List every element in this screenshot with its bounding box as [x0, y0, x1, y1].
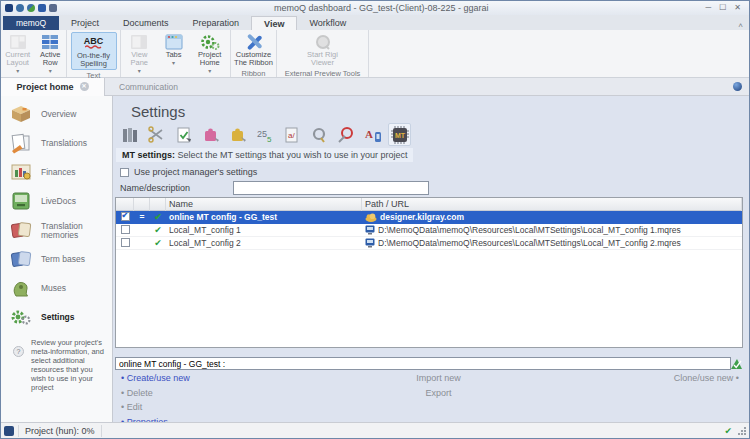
tab-project-home[interactable]: Project home ✕ — [1, 78, 105, 96]
tab-project[interactable]: Project — [59, 16, 111, 30]
options-icon[interactable] — [27, 4, 35, 12]
ribbon-group-external-preview: Start Rigi Viewer External Preview Tools — [277, 30, 369, 77]
chevron-down-icon: ▾ — [208, 67, 211, 74]
livedocs-icon — [9, 190, 35, 214]
chevron-down-icon: ▾ — [138, 67, 141, 74]
table-row[interactable]: ✔ Local_MT_config 1 D:\MemoQData\memoQ\R… — [116, 224, 742, 237]
term-bases-icon — [9, 248, 35, 272]
row-checkbox[interactable] — [121, 225, 130, 234]
active-row-button[interactable]: Active Row ▾ — [34, 32, 66, 75]
tab-documents[interactable]: Documents — [111, 16, 181, 30]
collapse-ribbon-icon[interactable]: ˄ — [738, 21, 749, 30]
table-row[interactable]: ✔ Local_MT_config 2 D:\MemoQData\memoQ\R… — [116, 237, 742, 250]
active-check-icon: ✔ — [150, 238, 166, 248]
font-substitution-icon[interactable]: A — [361, 123, 384, 146]
use-pm-settings-label: Use project manager's settings — [134, 167, 257, 177]
sidebar-item-overview[interactable]: Overview — [1, 100, 112, 129]
tab-preparation[interactable]: Preparation — [181, 16, 252, 30]
name-filter-row: Name/description — [120, 181, 429, 195]
title-bar: memoQ dashboard - GG_test-(Client)-08-22… — [1, 1, 749, 15]
header-path[interactable]: Path / URL — [362, 198, 742, 211]
translation-memories-icon — [9, 219, 35, 243]
customize-ribbon-button[interactable]: Customize The Ribbon — [232, 32, 276, 68]
customize-ribbon-icon — [244, 33, 264, 51]
help-icon[interactable] — [16, 4, 24, 12]
table-header: Name Path / URL — [116, 198, 742, 211]
name-filter-input[interactable] — [233, 181, 429, 195]
tab-communication[interactable]: Communication — [105, 82, 192, 92]
settings-description: Review your project's meta-information, … — [31, 338, 107, 392]
row-name: Local_MT_config 2 — [166, 238, 362, 248]
row-name: Local_MT_config 1 — [166, 225, 362, 235]
memoq-icon[interactable] — [5, 4, 13, 12]
sidebar-item-translations[interactable]: Translations — [1, 129, 112, 158]
header-checkbox-col[interactable] — [116, 198, 134, 211]
tm-settings-icon[interactable] — [199, 123, 222, 146]
spelling-icon[interactable] — [334, 123, 357, 146]
general-icon[interactable] — [118, 123, 141, 146]
minimize-button[interactable]: ─ — [705, 3, 711, 13]
apply-icon[interactable] — [730, 357, 743, 372]
tabs-button[interactable]: Tabs ▾ — [162, 32, 186, 67]
svg-text:a/: a/ — [288, 131, 295, 140]
sidebar-item-term-bases[interactable]: Term bases — [1, 245, 112, 274]
sidebar-item-settings[interactable]: Settings — [1, 303, 112, 332]
segmentation-rules-icon[interactable] — [145, 123, 168, 146]
header-badge-col[interactable] — [134, 198, 150, 211]
computer-icon — [365, 238, 375, 248]
resource-console-icon[interactable] — [38, 4, 46, 12]
maximize-button[interactable]: ☐ — [719, 3, 726, 13]
close-icon[interactable]: ✕ — [80, 82, 89, 91]
import-new-link[interactable]: Import new — [376, 373, 501, 383]
on-the-fly-spelling-button[interactable]: ABC On-the-fly Spelling — [71, 32, 117, 70]
mt-settings-icon[interactable]: MT — [388, 123, 411, 146]
clone-use-new-link[interactable]: Clone/use new • — [674, 373, 739, 383]
sidebar-item-livedocs[interactable]: LiveDocs — [1, 187, 112, 216]
livedocs-settings-icon[interactable] — [226, 123, 249, 146]
view-pane-button[interactable]: View Pane ▾ — [121, 32, 158, 75]
active-check-icon: ✔ — [150, 212, 166, 222]
chevron-down-icon: ▾ — [172, 59, 175, 66]
sidebar-item-finances[interactable]: Finances — [1, 158, 112, 187]
qa-settings-icon[interactable] — [172, 123, 195, 146]
table-row[interactable]: = ✔ online MT config - GG_test designer.… — [116, 211, 742, 224]
ignore-lists-icon[interactable] — [307, 123, 330, 146]
ribbon-group-ribbon: Customize The Ribbon Ribbon — [231, 30, 277, 77]
memoq-status-icon — [4, 426, 14, 436]
auto-translation-rules-icon[interactable]: 255 — [253, 123, 276, 146]
command-column-right: Clone/use new • — [674, 373, 739, 383]
status-ok-icon: ✔ — [724, 426, 732, 436]
ribbon-group-navigation: View Pane ▾ Tabs ▾ Project Home ▾ — [121, 30, 231, 77]
status-bar: Project (hun): 0% ✔ — [1, 422, 749, 438]
row-checkbox[interactable] — [121, 238, 130, 247]
help-question-icon[interactable]: ? — [13, 346, 24, 357]
finances-icon — [9, 161, 35, 185]
header-name[interactable]: Name — [166, 198, 362, 211]
page-title: Settings — [131, 103, 185, 120]
current-layout-button[interactable]: Current Layout ▾ — [1, 32, 34, 75]
info-bar-title: MT settings: — [122, 150, 175, 160]
active-check-icon: ✔ — [150, 225, 166, 235]
row-checkbox[interactable] — [121, 212, 130, 221]
sidebar-item-translation-memories[interactable]: Translation memories — [1, 216, 112, 245]
edit-link[interactable]: • Edit — [121, 402, 741, 412]
export-path-rules-icon[interactable]: a/ — [280, 123, 303, 146]
sidebar-item-muses[interactable]: Muses — [1, 274, 112, 303]
cloud-icon — [365, 213, 377, 222]
selection-summary-field[interactable] — [115, 357, 731, 370]
resize-grip[interactable] — [738, 427, 746, 435]
row-path: D:\MemoQData\memoQ\Resources\Local\MTSet… — [378, 238, 681, 248]
project-home-button[interactable]: Project Home ▾ — [190, 32, 230, 75]
header-status-col[interactable] — [150, 198, 166, 211]
server-administrator-icon[interactable] — [49, 4, 57, 12]
tab-view[interactable]: View — [251, 16, 297, 30]
tab-memoq[interactable]: memoQ — [3, 16, 59, 30]
start-rigi-viewer-button[interactable]: Start Rigi Viewer — [301, 32, 345, 68]
mt-settings-info-bar: MT settings: Select the MT settings that… — [116, 148, 413, 162]
tab-workflow[interactable]: Workflow — [297, 16, 358, 30]
pm-settings-row: Use project manager's settings — [120, 167, 257, 177]
export-link[interactable]: Export — [376, 388, 501, 398]
use-pm-settings-checkbox[interactable] — [120, 168, 129, 177]
close-button[interactable]: ✕ — [734, 3, 741, 13]
window-title: memoQ dashboard - GG_test-(Client)-08-22… — [57, 3, 705, 13]
